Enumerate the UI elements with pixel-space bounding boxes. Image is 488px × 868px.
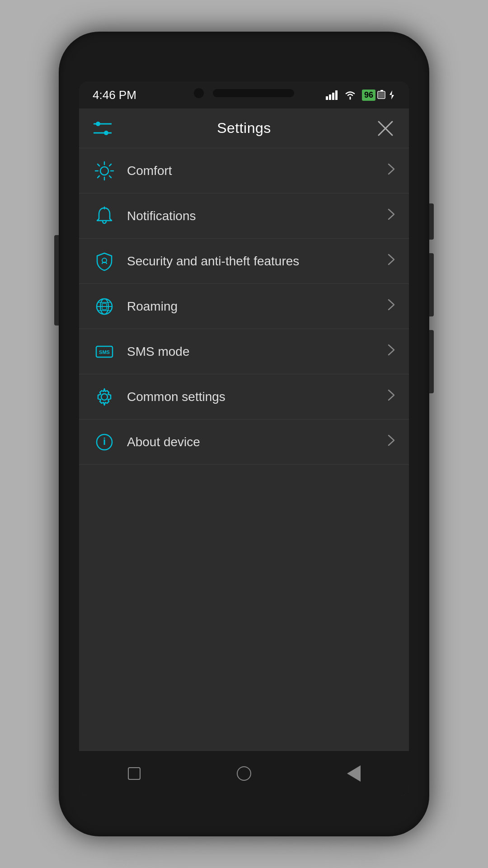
toolbar: Settings [79, 108, 409, 148]
svg-line-19 [109, 176, 111, 178]
svg-point-13 [100, 167, 108, 175]
sms-label: SMS mode [127, 344, 387, 359]
toolbar-title: Settings [217, 120, 271, 137]
comfort-icon [93, 159, 116, 183]
menu-item-comfort[interactable]: Comfort [79, 148, 409, 193]
home-icon [237, 766, 251, 781]
menu-list: Comfort [79, 148, 409, 750]
volume-up-button [429, 253, 434, 316]
about-label: About device [127, 435, 387, 449]
globe-icon [93, 295, 116, 318]
common-settings-chevron [387, 389, 395, 405]
menu-item-roaming[interactable]: Roaming [79, 284, 409, 329]
nav-back-button[interactable] [340, 760, 367, 787]
notch-area [79, 80, 409, 105]
recents-icon [128, 767, 141, 780]
roaming-label: Roaming [127, 299, 387, 314]
roaming-chevron [387, 298, 395, 314]
svg-text:i: i [103, 436, 106, 447]
common-settings-label: Common settings [127, 390, 387, 404]
security-chevron [387, 253, 395, 269]
phone-shell: 4:46 PM 96 [59, 32, 429, 836]
nav-recents-button[interactable] [121, 760, 148, 787]
notifications-chevron [387, 208, 395, 224]
volume-down-button [429, 330, 434, 393]
notifications-label: Notifications [127, 209, 387, 223]
svg-point-8 [96, 122, 100, 126]
svg-point-32 [101, 394, 108, 400]
phone-reflection [108, 845, 380, 868]
app-content: Settings [79, 108, 409, 750]
svg-point-10 [104, 131, 108, 135]
svg-line-21 [98, 176, 99, 178]
svg-line-20 [109, 164, 111, 166]
comfort-label: Comfort [127, 164, 387, 178]
settings-sliders-icon[interactable] [93, 118, 113, 138]
bottom-nav [79, 750, 409, 796]
earpiece-speaker [213, 89, 294, 97]
bell-icon [93, 204, 116, 228]
menu-item-security[interactable]: Security and anti-theft features [79, 239, 409, 284]
comfort-chevron [387, 163, 395, 179]
menu-item-sms[interactable]: SMS SMS mode [79, 329, 409, 374]
back-icon [347, 765, 361, 782]
svg-text:SMS: SMS [99, 349, 110, 355]
sms-icon: SMS [93, 340, 116, 363]
security-label: Security and anti-theft features [127, 254, 387, 269]
menu-item-notifications[interactable]: Notifications [79, 193, 409, 239]
sms-chevron [387, 344, 395, 359]
front-camera [194, 88, 204, 98]
close-button[interactable] [375, 118, 395, 138]
info-icon: i [93, 430, 116, 454]
phone-screen: 4:46 PM 96 [79, 81, 409, 796]
gear-icon [93, 385, 116, 409]
power-button [429, 203, 434, 240]
shield-icon [93, 250, 116, 273]
menu-item-about[interactable]: i About device [79, 420, 409, 465]
svg-line-18 [98, 164, 99, 166]
nav-home-button[interactable] [230, 760, 258, 787]
menu-item-common-settings[interactable]: Common settings [79, 374, 409, 420]
about-chevron [387, 434, 395, 450]
volume-button [54, 235, 59, 326]
